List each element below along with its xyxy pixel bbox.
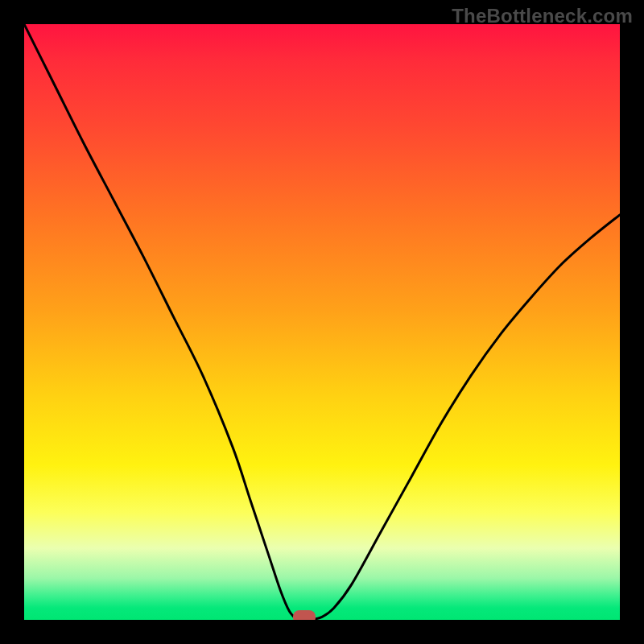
optimal-marker [293,610,316,620]
bottleneck-curve [24,24,620,620]
watermark-text: TheBottleneck.com [452,5,633,27]
chart-frame: TheBottleneck.com [0,0,644,644]
plot-area [24,24,620,620]
